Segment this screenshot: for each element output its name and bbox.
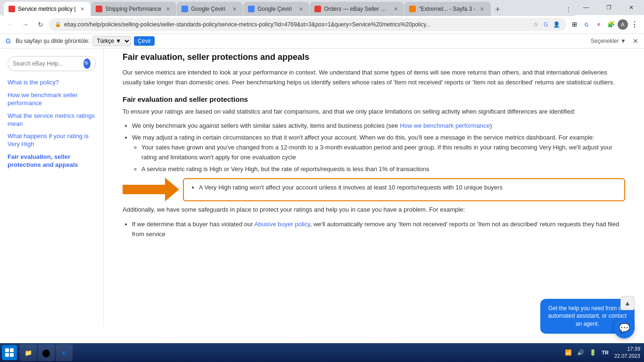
- tab-close-6[interactable]: ✕: [479, 5, 486, 13]
- network-icon[interactable]: 📶: [563, 347, 573, 358]
- tab-orders[interactable]: Orders — eBay Seller H... ✕: [310, 2, 404, 16]
- navigation-bar: ← → ↻ 🔒 ebay.com/help/policies/selling-p…: [0, 15, 644, 34]
- google-logo: G: [6, 37, 11, 45]
- bookmark-icon[interactable]: ☆: [531, 20, 540, 29]
- lock-icon: 🔒: [55, 21, 61, 27]
- tab-close-2[interactable]: ✕: [164, 5, 172, 13]
- chrome-icon: ⬤: [41, 348, 51, 357]
- translate-button[interactable]: Çevir: [134, 36, 155, 46]
- benchmark-link[interactable]: How we benchmark performance: [400, 122, 490, 129]
- forward-button[interactable]: →: [19, 18, 32, 31]
- tab-close-1[interactable]: ✕: [78, 5, 86, 13]
- highlighted-bullet: A Very High rating won't affect your acc…: [199, 183, 617, 193]
- highlight-wrapper: A Very High rating won't affect your acc…: [123, 178, 625, 201]
- tab-shipping[interactable]: Shipping Performance ✕: [91, 2, 176, 16]
- clock-date: 22.07.2023: [614, 353, 640, 360]
- additionally-paragraph: Additionally, we have some safeguards in…: [123, 205, 625, 215]
- content-section: Fair evaluation, seller protections and …: [123, 52, 625, 239]
- minimize-button[interactable]: —: [575, 0, 597, 15]
- bullet-1-text: We only benchmark you against sellers wi…: [132, 122, 400, 129]
- nav-link-3[interactable]: What the service metrics ratings mean: [8, 112, 96, 128]
- sidebar: 🔍 What is the policy? How we benchmark s…: [0, 49, 104, 327]
- window-controls: — ❐ ✕: [575, 0, 642, 15]
- nav-link-4[interactable]: What happens if your rating is Very High: [8, 132, 96, 148]
- tab-label-3: Google Çeviri: [191, 6, 228, 12]
- clock-time: 17:39: [614, 346, 640, 353]
- file-explorer-icon: 📁: [24, 348, 33, 357]
- taskbar-file-explorer[interactable]: 📁: [20, 344, 37, 361]
- tab-close-5[interactable]: ✕: [392, 5, 399, 13]
- nav-link-2[interactable]: How we benchmark seller performance: [8, 91, 96, 107]
- tab-label-2: Shipping Performance: [105, 6, 161, 12]
- final-bullet-list: If we determine that a buyer has violate…: [132, 220, 625, 239]
- extensions-icon[interactable]: ⊞: [569, 19, 580, 30]
- tab-translate-2[interactable]: Google Çeviri ✕: [243, 2, 309, 16]
- content-area: 🔍 What is the policy? How we benchmark s…: [0, 49, 644, 327]
- taskbar: 📁 ⬤ e 📶 🔊 🔋 TR 17:39 22.07.2023: [0, 343, 644, 362]
- language-select[interactable]: Türkçe ▼: [92, 36, 131, 46]
- taskbar-right: 📶 🔊 🔋 TR 17:39 22.07.2023: [563, 346, 642, 360]
- maximize-button[interactable]: ❐: [598, 0, 619, 15]
- back-button[interactable]: ←: [4, 18, 17, 31]
- tab-service-metrics[interactable]: Service metrics policy | ✕: [4, 2, 91, 16]
- tab-translate-1[interactable]: Google Çeviri ✕: [177, 2, 243, 16]
- translate-bar: G Bu sayfayı şu dilde görüntüle: Türkçe …: [0, 34, 644, 49]
- subsection-title: Fair evaluation and seller protections: [123, 95, 625, 103]
- profile-ext[interactable]: A: [618, 19, 628, 30]
- taskbar-chrome[interactable]: ⬤: [38, 344, 55, 361]
- chat-fab-button[interactable]: 💬: [614, 318, 635, 338]
- main-bullet-list: We only benchmark you against sellers wi…: [132, 121, 625, 174]
- translate-icon[interactable]: G: [541, 20, 551, 29]
- translate-options[interactable]: Seçenekler ▼: [591, 38, 626, 44]
- tab-label-5: Orders — eBay Seller H...: [324, 6, 389, 12]
- profile-icon[interactable]: 👤: [552, 20, 561, 29]
- tab-close-4[interactable]: ✕: [297, 5, 305, 13]
- translate-close-button[interactable]: ✕: [633, 37, 638, 45]
- language-indicator[interactable]: TR: [600, 350, 611, 355]
- sub-bullet-1: Your sales have grown and you've changed…: [141, 143, 625, 163]
- translate-label: Bu sayfayı şu dilde görüntüle:: [16, 38, 90, 44]
- windows-logo: [5, 348, 14, 357]
- highlight-bullet-list: A Very High rating won't affect your acc…: [199, 183, 617, 193]
- final-bullet-text: If we determine that a buyer has violate…: [132, 221, 254, 228]
- bullet-2: We may adjust a rating in certain circum…: [132, 133, 625, 174]
- google-translate-ext[interactable]: G: [581, 19, 592, 30]
- puzzle-ext[interactable]: 🧩: [605, 19, 617, 30]
- close-button[interactable]: ✕: [620, 0, 642, 15]
- search-input[interactable]: [13, 60, 83, 67]
- tab-extremel[interactable]: "Extremel... - Sayfa 3 - ✕: [405, 2, 490, 16]
- search-container: 🔍: [8, 56, 96, 71]
- battery-icon: 🔋: [587, 347, 598, 358]
- edge-icon: e: [59, 348, 69, 357]
- menu-button[interactable]: ⋮: [629, 19, 640, 30]
- final-bullet-1: If we determine that a buyer has violate…: [132, 220, 625, 239]
- address-bar[interactable]: 🔒 ebay.com/help/policies/selling-policie…: [49, 18, 567, 31]
- new-tab-button[interactable]: +: [491, 3, 504, 16]
- intro-paragraph: Our service metrics are intended to look…: [123, 68, 625, 88]
- nav-link-5[interactable]: Fair evaluation, seller protections and …: [8, 153, 96, 169]
- tab-close-3[interactable]: ✕: [231, 5, 238, 13]
- reload-button[interactable]: ↻: [34, 18, 47, 31]
- subsection-text: To ensure your ratings are based on vali…: [123, 107, 625, 117]
- start-button[interactable]: [2, 345, 17, 360]
- abusive-buyer-link[interactable]: Abusive buyer policy: [254, 221, 310, 228]
- nav-links: What is the policy? How we benchmark sel…: [8, 79, 96, 169]
- tab-label-6: "Extremel... - Sayfa 3 -: [419, 6, 475, 12]
- bullet-2-text: We may adjust a rating in certain circum…: [132, 134, 594, 141]
- title-bar: Service metrics policy | ✕ Shipping Perf…: [0, 0, 644, 15]
- taskbar-edge[interactable]: e: [56, 344, 73, 361]
- system-clock[interactable]: 17:39 22.07.2023: [612, 346, 642, 360]
- sound-icon[interactable]: 🔊: [575, 347, 586, 358]
- search-button[interactable]: 🔍: [83, 58, 91, 69]
- tab-label-1: Service metrics policy |: [18, 6, 75, 12]
- scroll-to-top-button[interactable]: ▲: [620, 296, 635, 310]
- bullet-1-close: ): [490, 122, 492, 129]
- sub-bullet-2: A service metric rating is High or Very …: [141, 165, 625, 174]
- tab-overflow-button[interactable]: ⋮: [562, 3, 575, 16]
- url-text: ebay.com/help/policies/selling-policies/…: [64, 21, 528, 28]
- nav-link-1[interactable]: What is the policy?: [8, 79, 96, 87]
- section-title: Fair evaluation, seller protections and …: [123, 52, 625, 62]
- bullet-1: We only benchmark you against sellers wi…: [132, 121, 625, 131]
- ebay-ext[interactable]: e: [593, 19, 604, 30]
- arrow-svg: [123, 178, 179, 201]
